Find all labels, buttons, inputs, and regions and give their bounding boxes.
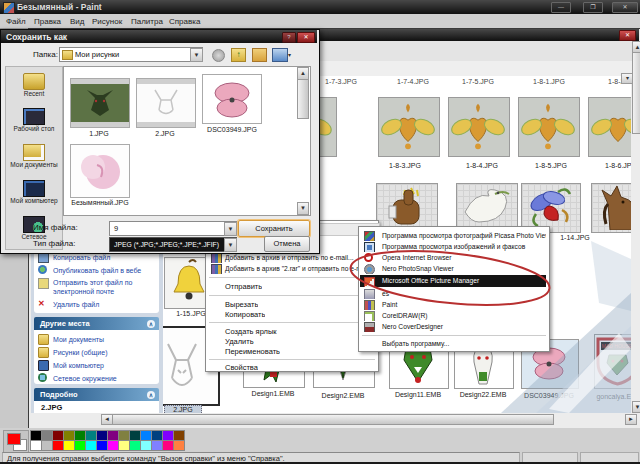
cancel-button[interactable]: Отмена [264, 236, 310, 252]
thumbnail-flower[interactable] [448, 97, 510, 157]
menu-item-add-archive-2rar-email[interactable]: Добавить в архив "2.rar" и отправить по … [207, 263, 368, 274]
file-label[interactable]: 1-7-5.JPG [453, 78, 503, 86]
menu-file[interactable]: Файл [6, 17, 26, 26]
menu-separator [209, 359, 375, 360]
file-label[interactable]: 1.JPG [74, 130, 124, 138]
dialog-thumbnail-1jpg[interactable] [70, 78, 130, 128]
task-email-file[interactable]: Отправить этот файл по электронной почте [53, 278, 145, 296]
scroll-down-button[interactable]: ▼ [297, 202, 309, 215]
menu-item-properties[interactable]: Свойства [207, 362, 258, 373]
thumbnail-flower[interactable] [378, 97, 440, 157]
dialog-thumbnail-untitled[interactable] [70, 144, 130, 198]
dialog-thumbnail-dsc03949[interactable] [202, 74, 262, 124]
dialog-thumbnail-2jpg[interactable] [136, 78, 196, 128]
thumbnail-goncalya-crest[interactable]: MAD HOUSE [594, 334, 631, 389]
file-label[interactable]: 1-8-4.JPG [457, 162, 507, 170]
primary-color-swatch[interactable] [7, 433, 21, 445]
task-copy-file[interactable]: Копировать файл [53, 253, 110, 262]
file-label[interactable]: 1-8-6.JPG [596, 162, 631, 170]
back-button-icon[interactable] [212, 49, 225, 62]
menu-help[interactable]: Справка [169, 17, 200, 26]
file-label[interactable]: Безымянный.JPG [64, 199, 136, 207]
chevron-up-icon: ∧ [147, 391, 155, 399]
scroll-right-button[interactable]: ► [625, 414, 637, 425]
dialog-help-button[interactable]: ? [282, 32, 296, 43]
menu-item-ms-picture-manager[interactable]: Microsoft Office Picture Manager [360, 275, 546, 287]
file-label[interactable]: 2.JPG [140, 130, 190, 138]
email-icon [38, 278, 49, 289]
file-label[interactable]: Design22.EMB [458, 391, 508, 399]
menu-image[interactable]: Рисунок [92, 17, 122, 26]
minimize-button[interactable]: — [551, 2, 571, 13]
link-network-places[interactable]: Сетевое окружение [53, 374, 117, 383]
file-label[interactable]: 1-7-4.JPG [388, 78, 438, 86]
close-button[interactable]: ✕ [612, 2, 638, 13]
filetype-dropdown-arrow[interactable]: ▼ [224, 238, 237, 252]
thumbnail-flower[interactable] [588, 97, 631, 157]
menu-item-choose-program[interactable]: Выбрать программу... [360, 338, 546, 349]
filetype-combobox[interactable]: JPEG (*.JPG;*.JPEG;*.JPE;*.JFIF) ▼ [109, 237, 237, 252]
folder-combobox[interactable]: Мои рисунки ▼ [59, 47, 203, 62]
file-label[interactable]: goncalya.EMB [589, 393, 631, 401]
menu-palette[interactable]: Палитра [131, 17, 163, 26]
folder-dropdown-arrow[interactable]: ▼ [190, 48, 203, 62]
scroll-down-button[interactable]: ▼ [632, 401, 640, 413]
menu-item-coreldraw[interactable]: CorelDRAW(R) [360, 310, 546, 321]
file-label[interactable]: DSC03949.JPG [524, 392, 574, 400]
place-recent[interactable]: Recent [6, 90, 62, 98]
menu-view[interactable]: Вид [70, 17, 84, 26]
filename-input[interactable]: 9 ▼ [109, 221, 237, 236]
place-my-documents[interactable]: Мои документы [6, 161, 62, 169]
file-label[interactable]: Design2.EMB [318, 392, 368, 400]
vertical-scrollbar[interactable]: ▲ ▼ [632, 41, 640, 413]
menu-item-send-to[interactable]: Отправить▶ [207, 281, 262, 292]
file-label[interactable]: Design11.EMB [393, 391, 443, 399]
views-icon[interactable] [272, 48, 288, 62]
menu-item-nero-photosnap[interactable]: Nero PhotoSnap Viewer [360, 263, 546, 274]
restore-button[interactable]: ❐ [583, 2, 603, 13]
menu-item-copy[interactable]: Копировать [207, 309, 265, 320]
link-shared-pictures[interactable]: Рисунки (общие) [53, 348, 108, 357]
file-label[interactable]: Design1.EMB [248, 390, 298, 398]
file-label[interactable]: 1-8-5.JPG [526, 162, 576, 170]
views-dropdown-arrow[interactable]: ▾ [288, 51, 291, 58]
details-header[interactable]: Подробно∧ [34, 388, 159, 401]
filename-dropdown-arrow[interactable]: ▼ [224, 222, 237, 236]
task-delete-file[interactable]: Удалить файл [53, 300, 99, 309]
vertical-scroll-thumb[interactable] [632, 52, 640, 134]
explorer-close-button[interactable]: ✕ [619, 30, 636, 41]
menu-item-picasa-viewer[interactable]: Программа просмотра фотографий Picasa Ph… [360, 230, 546, 241]
place-desktop[interactable]: Рабочий стол [6, 125, 62, 133]
file-label-selected[interactable]: 2.JPG [164, 405, 202, 413]
thumbnail-horse[interactable] [591, 183, 631, 233]
link-my-computer[interactable]: Мой компьютер [53, 361, 104, 370]
menu-item-rename[interactable]: Переименовать [207, 346, 280, 357]
new-folder-icon[interactable] [252, 48, 267, 62]
horizontal-scroll-thumb[interactable] [112, 414, 554, 425]
other-places-header[interactable]: Другие места∧ [34, 317, 159, 330]
up-one-level-icon[interactable]: ↑ [231, 48, 246, 62]
file-label[interactable]: 1-7-3.JPG [316, 78, 366, 86]
scroll-thumb[interactable] [297, 79, 309, 119]
dialog-close-button[interactable]: ✕ [297, 32, 315, 43]
file-label[interactable]: 1-14.JPG [550, 234, 600, 242]
place-my-computer[interactable]: Мой компьютер [6, 197, 62, 205]
horizontal-scrollbar[interactable]: ◄ ► [101, 414, 637, 425]
menu-item-es[interactable]: es [360, 288, 546, 299]
thumbnail-flower[interactable] [518, 97, 580, 157]
menu-edit[interactable]: Правка [34, 17, 61, 26]
task-publish-web[interactable]: Опубликовать файл в вебе [53, 266, 141, 275]
dialog-list-scrollbar[interactable]: ▲ ▼ [297, 67, 309, 214]
details-title: Подробно [40, 390, 78, 399]
save-button[interactable]: Сохранить [238, 220, 310, 237]
menu-item-image-fax-viewer[interactable]: Программа просмотра изображений и факсов [360, 241, 546, 252]
palette-swatch[interactable] [173, 440, 185, 451]
menu-item-opera[interactable]: Opera Internet Browser [360, 252, 546, 263]
link-my-documents[interactable]: Мои документы [53, 335, 104, 344]
menu-item-nero-coverdesigner[interactable]: Nero CoverDesigner [360, 321, 546, 332]
file-label[interactable]: DSC03949.JPG [201, 126, 263, 134]
picture-manager-icon [364, 277, 375, 287]
file-label[interactable]: 1-8-3.JPG [380, 162, 430, 170]
file-label[interactable]: 1-8-1.JPG [524, 78, 574, 86]
menu-item-paint[interactable]: Paint [360, 299, 546, 310]
